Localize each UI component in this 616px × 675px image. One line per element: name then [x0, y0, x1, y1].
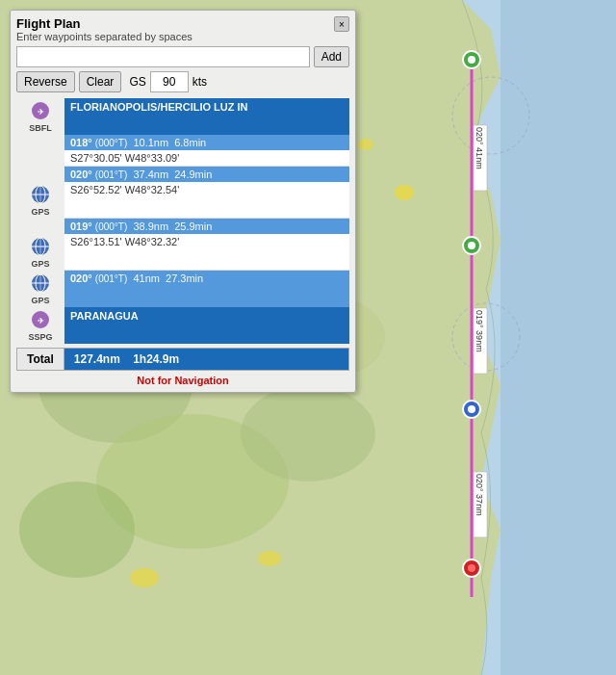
wp-details-row-2: 019° (000°T) 38.9nm 25.9min [16, 219, 349, 234]
total-values: 127.4nm 1h24.9m [64, 349, 348, 370]
wp-coord-row-2: GPS S26°13.51' W48°32.32' [16, 234, 349, 271]
wp-icon-cell-1: GPS [16, 182, 64, 219]
wp-coord-0: S27°30.05' W48°33.09' [64, 150, 349, 167]
svg-point-26 [468, 405, 475, 413]
total-row: Total 127.4nm 1h24.9m [16, 348, 349, 371]
svg-text:020° 41nm: 020° 41nm [475, 127, 484, 169]
wp-name-4[interactable]: PARANAGUA [64, 307, 349, 344]
close-button[interactable]: × [334, 16, 349, 32]
wp-coord-row-1: GPS S26°52.52' W48°32.54' [16, 182, 349, 219]
flight-plan-panel: Flight Plan Enter waypoints separated by… [10, 10, 356, 393]
panel-subtitle: Enter waypoints separated by spaces [16, 31, 192, 42]
wp-icon-label-2: GPS [31, 259, 49, 269]
wp-icon-0: ✈ [30, 100, 51, 123]
wp-name-row-4: ✈ SSPG PARANAGUA [16, 307, 349, 344]
reverse-button[interactable]: Reverse [16, 71, 75, 92]
clear-button[interactable]: Clear [79, 71, 122, 92]
wp-details-row-0: 018° (000°T) 10.1nm 6.8min [16, 135, 349, 150]
wp-details-3: 020° (001°T) 41nm 27.3min [64, 271, 349, 307]
svg-rect-11 [500, 0, 616, 675]
svg-point-22 [468, 56, 475, 64]
svg-point-4 [19, 481, 135, 578]
wp-icon-cell-2: GPS [16, 234, 64, 271]
wp-coord-1: S26°52.52' W48°32.54' [64, 182, 349, 219]
wp-icon-label-3: GPS [31, 296, 49, 305]
total-time: 1h24.9m [133, 352, 179, 366]
svg-point-5 [241, 385, 375, 481]
wp-icon-4: ✈ [30, 309, 51, 332]
gs-label: GS [129, 75, 145, 89]
wp-details-1: 020° (001°T) 37.4nm 24.9min [64, 167, 349, 182]
gs-input[interactable] [150, 71, 189, 92]
wp-name-0[interactable]: FLORIANOPOLIS/HERCILIO LUZ IN [64, 98, 349, 135]
waypoint-item-1: 020° (001°T) 37.4nm 24.9min GPS S26°52.5… [16, 167, 349, 219]
svg-text:020° 37nm: 020° 37nm [475, 474, 484, 516]
total-label: Total [17, 349, 64, 370]
svg-point-24 [468, 242, 475, 249]
svg-point-7 [130, 568, 159, 587]
wp-icon-label-4: SSPG [28, 332, 52, 342]
waypoint-item-2: 019° (000°T) 38.9nm 25.9min GPS S26°13.5… [16, 219, 349, 271]
wp-name-row-3: GPS 020° (001°T) 41nm 27.3min [16, 271, 349, 307]
wp-icon-cell-0: ✈ SBFL [16, 98, 64, 135]
panel-title: Flight Plan [16, 16, 192, 31]
waypoint-input[interactable] [16, 46, 310, 67]
svg-point-10 [358, 139, 373, 150]
svg-point-9 [395, 185, 414, 200]
waypoint-input-row: Add [16, 46, 349, 67]
waypoint-item-4: ✈ SSPG PARANAGUA [16, 307, 349, 344]
controls-row: Reverse Clear GS kts [16, 71, 349, 92]
waypoint-item-3: GPS 020° (001°T) 41nm 27.3min [16, 271, 349, 307]
wp-coord-row-0: S27°30.05' W48°33.09' [16, 150, 349, 167]
svg-point-28 [468, 564, 475, 572]
wp-icon-cell-4: ✈ SSPG [16, 307, 64, 344]
waypoint-item-0: ✈ SBFL FLORIANOPOLIS/HERCILIO LUZ IN 018… [16, 98, 349, 167]
not-for-navigation: Not for Navigation [16, 375, 349, 386]
kts-label: kts [192, 75, 207, 89]
panel-header: Flight Plan Enter waypoints separated by… [16, 16, 349, 42]
wp-coord-2: S26°13.51' W48°32.32' [64, 234, 349, 271]
svg-text:✈: ✈ [38, 317, 44, 325]
panel-title-block: Flight Plan Enter waypoints separated by… [16, 16, 192, 42]
wp-icon-label-0: SBFL [29, 123, 52, 133]
wp-icon-2 [30, 236, 51, 259]
svg-text:✈: ✈ [38, 108, 44, 117]
wp-name-row-0: ✈ SBFL FLORIANOPOLIS/HERCILIO LUZ IN [16, 98, 349, 135]
wp-icon-3 [30, 273, 51, 296]
wp-icon-label-1: GPS [31, 207, 49, 217]
total-distance: 127.4nm [74, 352, 120, 366]
add-button[interactable]: Add [314, 46, 349, 67]
wp-icon-cell-3: GPS [16, 271, 64, 307]
wp-details-0: 018° (000°T) 10.1nm 6.8min [64, 135, 349, 150]
svg-text:019° 39nm: 019° 39nm [475, 310, 484, 352]
svg-point-8 [258, 551, 281, 566]
wp-details-row-1: 020° (001°T) 37.4nm 24.9min [16, 167, 349, 182]
waypoints-list: ✈ SBFL FLORIANOPOLIS/HERCILIO LUZ IN 018… [16, 98, 349, 344]
wp-icon-1 [30, 184, 51, 207]
wp-details-2: 019° (000°T) 38.9nm 25.9min [64, 219, 349, 234]
